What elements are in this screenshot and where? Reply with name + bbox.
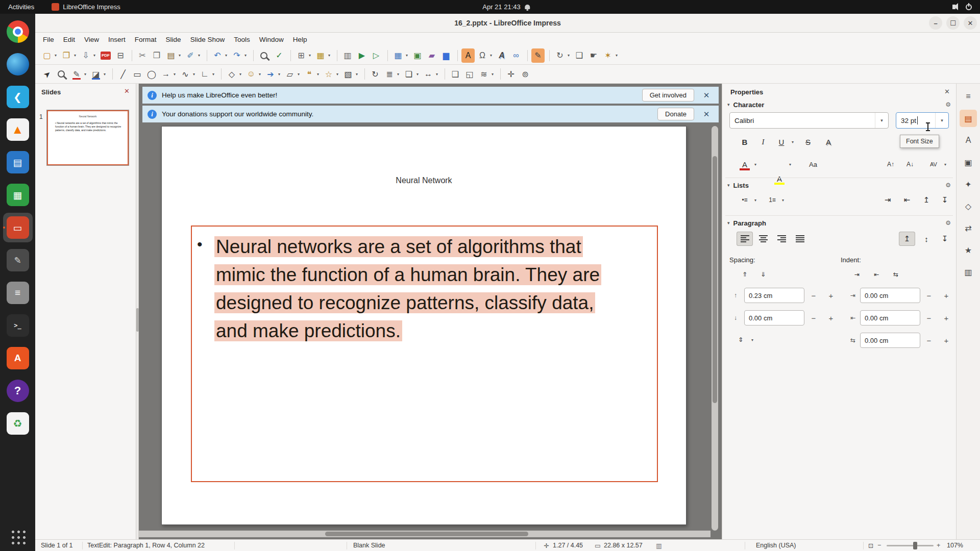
paste-button[interactable]: ▤▾ (164, 48, 183, 63)
trash-launcher[interactable]: ♻ (3, 409, 33, 438)
callout-shapes-button[interactable]: ❝▾ (303, 67, 321, 81)
insert-line-button[interactable]: ╱ (116, 67, 130, 81)
rectangle-button[interactable]: ▭ (131, 67, 144, 81)
block-arrows-button[interactable]: ➔▾ (264, 67, 282, 81)
gear-icon[interactable]: ⚙ (945, 101, 951, 108)
zoom-and-pan-button[interactable] (55, 67, 69, 81)
insert-table-dropdown-icon[interactable]: ▾ (404, 53, 409, 58)
vertical-scrollbar[interactable] (712, 126, 718, 531)
font-size-dropdown-icon[interactable]: ▾ (935, 113, 948, 128)
body-text[interactable]: Neural networks are a set of algorithms … (214, 233, 654, 345)
slide-title-text[interactable]: Neural Network (162, 176, 686, 185)
above-spacing-increment[interactable]: + (824, 288, 838, 303)
after-indent-increment[interactable]: + (940, 310, 953, 325)
vertical-scrollbar-thumb[interactable] (713, 156, 717, 403)
redo-button[interactable]: ↷▾ (230, 48, 249, 63)
strikethrough-button[interactable]: S (800, 135, 816, 149)
hanging-indent-button[interactable]: ⇆ (888, 267, 904, 282)
flowchart-button[interactable]: ▱▾ (283, 67, 302, 81)
zoom-in-button[interactable]: + (937, 542, 940, 549)
increase-indent-button[interactable]: ⇥ (849, 267, 865, 282)
highlight-color-dropdown-icon[interactable]: ▾ (787, 157, 794, 171)
gimp-launcher[interactable]: ✎ (3, 245, 33, 275)
decrease-font-size-button[interactable]: A↓ (902, 157, 918, 171)
copy-button[interactable]: ❒ (150, 48, 163, 63)
firefox-launcher[interactable] (3, 49, 33, 79)
start-from-first-slide-button[interactable]: ▶ (355, 48, 369, 63)
distribute-selection-button[interactable]: ↔▾ (422, 67, 440, 81)
terminal-launcher[interactable]: >_ (3, 311, 33, 340)
shadow-button[interactable]: A (820, 135, 837, 149)
move-up-button[interactable]: ↥ (918, 193, 935, 207)
edit-points-button[interactable]: ✛ (504, 67, 518, 81)
libreoffice-impress-launcher[interactable]: ▭ (3, 213, 33, 242)
new-presentation-dropdown-icon[interactable]: ▾ (53, 53, 58, 58)
callout-shapes-dropdown-icon[interactable]: ▾ (315, 72, 321, 77)
insert-special-character-button[interactable]: Ω▾ (476, 48, 494, 63)
character-casing-button[interactable]: Aa (805, 157, 821, 171)
crop-image-button[interactable]: ◱ (463, 67, 476, 81)
ordered-list-button[interactable]: 1≡ (764, 193, 780, 207)
connectors-button[interactable]: ∟▾ (198, 67, 216, 81)
flowchart-dropdown-icon[interactable]: ▾ (296, 72, 301, 77)
unordered-list-dropdown-icon[interactable]: ▾ (752, 193, 759, 207)
shadow-toggle-button[interactable]: ❑ (449, 67, 462, 81)
undo-button[interactable]: ↶▾ (211, 48, 229, 63)
stars-and-banners-dropdown-icon[interactable]: ▾ (335, 72, 340, 77)
first-line-indent-decrement[interactable]: − (922, 333, 936, 348)
display-grid-dropdown-icon[interactable]: ▾ (307, 53, 312, 58)
donate-button[interactable]: Donate (657, 108, 694, 120)
block-arrows-dropdown-icon[interactable]: ▾ (277, 72, 282, 77)
horizontal-scrollbar[interactable] (139, 531, 710, 537)
libreoffice-writer-launcher[interactable]: ▤ (3, 147, 33, 177)
align-bottom-button[interactable]: ↧ (937, 232, 953, 246)
lines-and-arrows-button[interactable]: →▾ (159, 67, 178, 81)
align-objects-button[interactable]: ≣▾ (383, 67, 401, 81)
body-text-line[interactable]: Neural networks are a set of algorithms … (214, 233, 654, 261)
clock-menu[interactable]: Apr 21 21:43 (482, 3, 530, 11)
export-pdf-button[interactable]: PDF (99, 48, 113, 63)
slide-page[interactable]: Neural Network • Neural networks are a s… (161, 126, 687, 525)
horizontal-scrollbar-thumb[interactable] (325, 532, 528, 536)
menu-file[interactable]: File (38, 34, 59, 45)
decrease-indent-button[interactable]: ⇤ (868, 267, 885, 282)
font-color-button[interactable]: A (737, 157, 753, 171)
help-launcher[interactable]: ? (3, 376, 33, 406)
stars-and-banners-button[interactable]: ☆▾ (322, 67, 340, 81)
rotate-button[interactable]: ↻ (369, 67, 382, 81)
panel-splitter-handle[interactable] (136, 308, 139, 332)
distribute-selection-dropdown-icon[interactable]: ▾ (434, 72, 439, 77)
status-object-size[interactable]: 22.86 x 12.57 (604, 542, 643, 549)
align-objects-dropdown-icon[interactable]: ▾ (396, 72, 401, 77)
zoom-slider[interactable] (887, 545, 934, 546)
menu-view[interactable]: View (80, 34, 104, 45)
redo-dropdown-icon[interactable]: ▾ (243, 53, 248, 58)
first-line-indent-field[interactable]: 0.00 cm (860, 333, 920, 348)
titlebar[interactable]: 16_2.pptx - LibreOffice Impress – ☐ ✕ (35, 14, 980, 33)
3d-objects-dropdown-icon[interactable]: ▾ (354, 72, 359, 77)
insert-table-button[interactable]: ▦▾ (391, 48, 410, 63)
focused-app-menu[interactable]: LibreOffice Impress (52, 3, 120, 11)
close-button[interactable]: ✕ (964, 16, 977, 30)
save-button[interactable]: ⇩▾ (79, 48, 97, 63)
cut-button[interactable]: ✂ (136, 48, 149, 63)
open-file-button[interactable]: ❐▾ (60, 48, 78, 63)
menu-slide[interactable]: Slide (161, 34, 186, 45)
clone-formatting-dropdown-icon[interactable]: ▾ (197, 53, 202, 58)
gluepoints-button[interactable]: ⊚ (519, 67, 532, 81)
insert-special-character-dropdown-icon[interactable]: ▾ (488, 53, 494, 58)
basic-shapes-button[interactable]: ◇▾ (225, 67, 243, 81)
insert-image-button[interactable]: ▣ (411, 48, 424, 63)
menu-slide-show[interactable]: Slide Show (186, 34, 230, 45)
increase-spacing-button[interactable]: ⇑ (737, 267, 753, 282)
connectors-dropdown-icon[interactable]: ▾ (211, 72, 216, 77)
menu-window[interactable]: Window (255, 34, 288, 45)
font-size-combobox[interactable]: 32 pt ▾ (896, 112, 949, 129)
move-down-button[interactable]: ↧ (937, 193, 953, 207)
unordered-list-button[interactable]: •≡ (737, 193, 753, 207)
display-grid-button[interactable]: ⊞▾ (295, 48, 313, 63)
infobar-close-icon[interactable]: ✕ (699, 91, 714, 100)
slides-panel-close-icon[interactable]: ✕ (124, 87, 130, 95)
chrome-launcher[interactable] (3, 17, 33, 46)
paragraph-section-header[interactable]: ▾ Paragraph ⚙ (722, 217, 956, 229)
